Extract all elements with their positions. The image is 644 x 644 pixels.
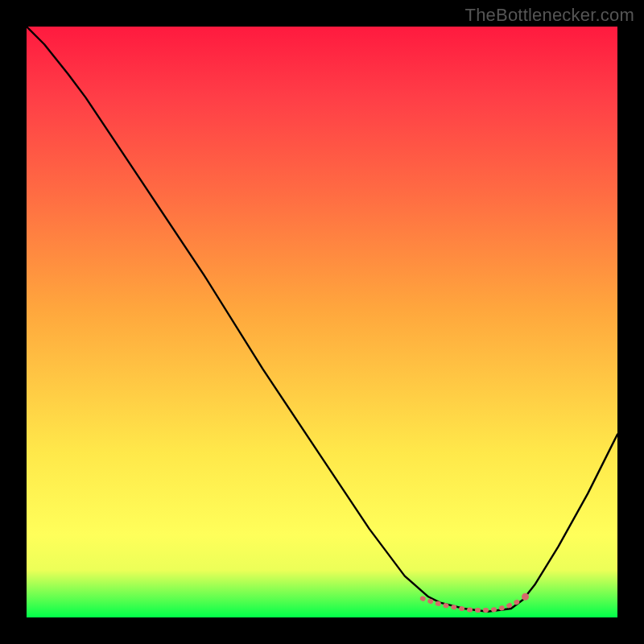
chart-svg bbox=[27, 27, 617, 617]
optimal-end-dot bbox=[522, 593, 529, 601]
watermark-label: TheBottlenecker.com bbox=[465, 5, 634, 26]
chart-frame bbox=[27, 27, 617, 617]
bottleneck-curve bbox=[27, 27, 617, 612]
